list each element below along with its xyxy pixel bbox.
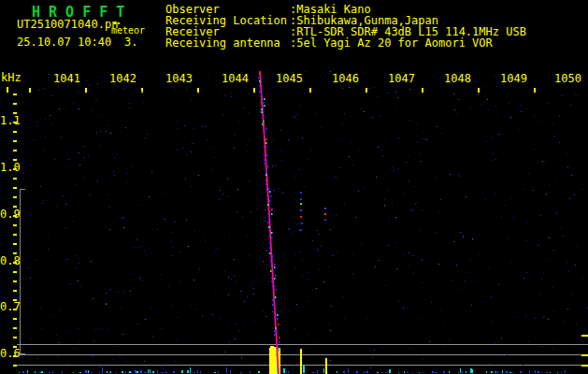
trace-speckle	[259, 80, 261, 82]
noise-dot	[495, 159, 496, 160]
trace-speckle	[262, 117, 264, 119]
noise-dot	[185, 179, 186, 180]
trace-speckle	[270, 195, 272, 197]
noise-dot	[45, 119, 46, 120]
noise-dot	[178, 82, 179, 83]
noise-dot	[95, 329, 96, 330]
noise-dot	[141, 91, 142, 92]
time-axis-label: 1044	[222, 73, 249, 85]
noise-dot	[86, 80, 87, 81]
trace-speckle	[274, 334, 276, 336]
trace-speckle	[274, 264, 276, 266]
bottom-panel-gridline	[17, 344, 588, 345]
noise-dot	[118, 292, 119, 293]
noise-dot	[171, 241, 172, 242]
noise-dot	[280, 130, 281, 131]
noise-dot	[151, 172, 152, 173]
noise-dot	[178, 317, 179, 318]
noise-dot	[409, 265, 410, 266]
noise-dot	[567, 309, 568, 309]
noise-dot	[510, 117, 511, 118]
noise-dot	[236, 324, 237, 324]
noise-dot	[488, 268, 489, 269]
noise-dot	[177, 150, 178, 151]
noise-dot	[392, 205, 393, 206]
noise-dot	[95, 101, 96, 102]
noise-floor-dash	[181, 370, 183, 373]
noise-dot	[65, 227, 66, 228]
noise-dot	[141, 246, 142, 247]
noise-dot	[486, 141, 487, 142]
noise-dot	[250, 139, 251, 140]
bottom-panel-gridline	[17, 354, 588, 355]
noise-dot	[68, 159, 69, 160]
khz-axis-tick	[7, 87, 8, 93]
noise-dot	[93, 298, 93, 299]
noise-floor-dash	[140, 370, 142, 373]
echo-dot	[300, 216, 302, 218]
trace-speckle	[268, 217, 270, 219]
noise-dot	[330, 71, 331, 72]
noise-dot	[90, 194, 91, 195]
noise-dot	[33, 140, 34, 141]
noise-dot	[577, 95, 578, 96]
echo-dot	[324, 208, 326, 209]
noise-dot	[237, 189, 238, 190]
noise-floor-dash	[49, 372, 50, 373]
noise-dot	[125, 127, 126, 128]
noise-dot	[262, 192, 263, 193]
noise-floor-dash	[22, 371, 24, 373]
noise-dot	[88, 156, 89, 157]
noise-dot	[40, 186, 41, 187]
noise-dot	[413, 255, 414, 256]
y-axis-tick	[13, 290, 17, 292]
noise-dot	[344, 318, 345, 319]
noise-dot	[66, 165, 67, 166]
noise-dot	[526, 222, 527, 223]
trace-speckle	[266, 154, 268, 156]
noise-dot	[289, 228, 290, 229]
trace-speckle	[279, 341, 280, 343]
noise-dot	[409, 76, 409, 77]
noise-floor-dash	[173, 371, 175, 373]
noise-floor-dash	[458, 372, 459, 373]
noise-dot	[511, 262, 512, 263]
noise-dot	[253, 322, 254, 323]
noise-dot	[130, 274, 131, 275]
noise-dot	[499, 134, 500, 135]
noise-dot	[265, 151, 266, 151]
noise-floor-dash	[466, 371, 466, 373]
echo-counter: 3.	[124, 36, 137, 49]
noise-dot	[562, 95, 563, 96]
noise-dot	[72, 221, 73, 222]
noise-dot	[144, 251, 145, 252]
noise-dot	[458, 289, 459, 290]
trace-speckle	[265, 174, 267, 176]
noise-dot	[265, 221, 266, 222]
info-row: Receiving antenna:5el Yagi Az 20 for Aom…	[165, 37, 493, 49]
noise-dot	[553, 250, 554, 251]
noise-dot	[138, 247, 139, 248]
noise-dot	[38, 90, 39, 91]
noise-floor-dash	[432, 371, 434, 373]
noise-dot	[253, 288, 254, 289]
noise-dot	[298, 306, 299, 307]
noise-dot	[422, 209, 423, 210]
y-axis-tick	[13, 131, 17, 133]
noise-floor-dash	[377, 372, 379, 373]
noise-dot	[280, 310, 280, 311]
noise-floor-dash	[136, 371, 138, 373]
noise-dot	[161, 328, 162, 329]
noise-dot	[487, 99, 488, 100]
noise-dot	[549, 259, 550, 260]
noise-dot	[495, 194, 495, 194]
noise-dot	[107, 194, 108, 195]
noise-dot	[172, 255, 173, 256]
meteor-echo-blob-cap	[274, 347, 279, 348]
noise-dot	[179, 281, 180, 282]
noise-dot	[30, 165, 31, 165]
noise-dot	[274, 282, 275, 283]
noise-dot	[352, 165, 353, 165]
noise-dot	[265, 316, 266, 317]
noise-floor-dash	[412, 372, 413, 373]
